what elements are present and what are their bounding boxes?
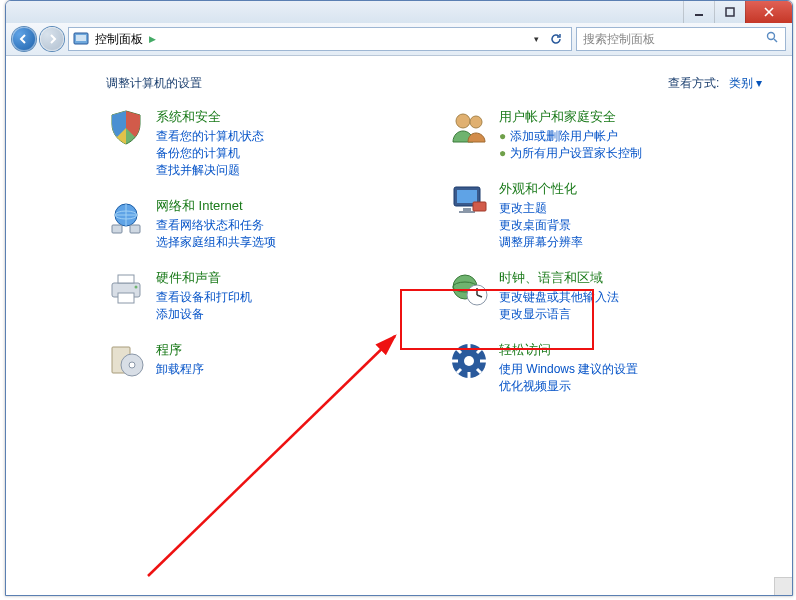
link[interactable]: 更改桌面背景 xyxy=(499,217,583,234)
link[interactable]: 添加设备 xyxy=(156,306,252,323)
shield-icon xyxy=(106,108,146,148)
search-box[interactable]: 搜索控制面板 xyxy=(576,27,786,51)
category-title[interactable]: 轻松访问 xyxy=(499,341,638,359)
globe-network-icon xyxy=(106,197,146,237)
ease-of-access-icon xyxy=(449,341,489,381)
link[interactable]: 调整屏幕分辨率 xyxy=(499,234,583,251)
svg-rect-5 xyxy=(76,35,86,41)
svg-rect-13 xyxy=(118,275,134,283)
category-system-security: 系统和安全 查看您的计算机状态 备份您的计算机 查找并解决问题 xyxy=(106,108,419,179)
category-user-accounts: 用户帐户和家庭安全 ● 添加或删除用户帐户 ● 为所有用户设置家长控制 xyxy=(449,108,762,162)
category-network: 网络和 Internet 查看网络状态和任务 选择家庭组和共享选项 xyxy=(106,197,419,251)
svg-point-15 xyxy=(135,286,138,289)
category-title[interactable]: 系统和安全 xyxy=(156,108,264,126)
navigation-bar: 控制面板 ▶ ▾ 搜索控制面板 xyxy=(6,23,792,56)
search-icon xyxy=(766,31,779,47)
search-placeholder: 搜索控制面板 xyxy=(583,31,655,48)
dropdown-icon[interactable]: ▾ xyxy=(534,34,539,44)
category-programs: 程序 卸载程序 xyxy=(106,341,419,381)
link[interactable]: 选择家庭组和共享选项 xyxy=(156,234,276,251)
category-title[interactable]: 网络和 Internet xyxy=(156,197,276,215)
link[interactable]: 更改键盘或其他输入法 xyxy=(499,289,619,306)
svg-rect-22 xyxy=(457,190,477,203)
svg-rect-14 xyxy=(118,293,134,303)
left-column: 系统和安全 查看您的计算机状态 备份您的计算机 查找并解决问题 网络和 Inte… xyxy=(106,108,419,413)
link[interactable]: 查看设备和打印机 xyxy=(156,289,252,306)
svg-rect-25 xyxy=(473,202,486,211)
svg-rect-11 xyxy=(130,225,140,233)
svg-rect-24 xyxy=(459,211,475,213)
svg-rect-10 xyxy=(112,225,122,233)
content-area: 调整计算机的设置 查看方式: 类别 ▾ 系统和安全 查看您的计算机状态 备份您的… xyxy=(6,57,792,595)
forward-button[interactable] xyxy=(40,27,64,51)
right-column: 用户帐户和家庭安全 ● 添加或删除用户帐户 ● 为所有用户设置家长控制 外观和个… xyxy=(449,108,762,413)
link[interactable]: ● 添加或删除用户帐户 xyxy=(499,128,642,145)
refresh-button[interactable] xyxy=(545,32,567,46)
category-title[interactable]: 外观和个性化 xyxy=(499,180,583,198)
category-title[interactable]: 用户帐户和家庭安全 xyxy=(499,108,642,126)
monitor-appearance-icon xyxy=(449,180,489,220)
svg-point-6 xyxy=(768,33,775,40)
category-title[interactable]: 时钟、语言和区域 xyxy=(499,269,619,287)
svg-point-18 xyxy=(129,362,135,368)
category-title[interactable]: 硬件和声音 xyxy=(156,269,252,287)
category-appearance: 外观和个性化 更改主题 更改桌面背景 调整屏幕分辨率 xyxy=(449,180,762,251)
svg-point-32 xyxy=(464,356,474,366)
link[interactable]: 优化视频显示 xyxy=(499,378,638,395)
clock-globe-icon xyxy=(449,269,489,309)
view-by: 查看方式: 类别 ▾ xyxy=(668,75,762,92)
link[interactable]: 查看网络状态和任务 xyxy=(156,217,276,234)
titlebar xyxy=(6,1,792,23)
category-clock-region: 时钟、语言和区域 更改键盘或其他输入法 更改显示语言 xyxy=(449,269,762,323)
close-button[interactable] xyxy=(745,1,792,23)
chevron-right-icon: ▶ xyxy=(149,34,156,44)
svg-point-20 xyxy=(470,116,482,128)
link[interactable]: ● 为所有用户设置家长控制 xyxy=(499,145,642,162)
link[interactable]: 更改主题 xyxy=(499,200,583,217)
link[interactable]: 查找并解决问题 xyxy=(156,162,264,179)
control-panel-window: 控制面板 ▶ ▾ 搜索控制面板 调整计算机的设置 查看方式: 类别 ▾ xyxy=(5,0,793,596)
category-title[interactable]: 程序 xyxy=(156,341,204,359)
address-text: 控制面板 xyxy=(95,31,143,48)
minimize-button[interactable] xyxy=(683,1,714,23)
link[interactable]: 备份您的计算机 xyxy=(156,145,264,162)
maximize-button[interactable] xyxy=(714,1,745,23)
page-heading: 调整计算机的设置 xyxy=(106,75,202,92)
svg-rect-23 xyxy=(463,208,471,211)
resize-grip[interactable] xyxy=(774,577,792,595)
svg-line-7 xyxy=(774,39,777,42)
link[interactable]: 查看您的计算机状态 xyxy=(156,128,264,145)
category-hardware-sound: 硬件和声音 查看设备和打印机 添加设备 xyxy=(106,269,419,323)
svg-point-19 xyxy=(456,114,470,128)
disc-box-icon xyxy=(106,341,146,381)
link[interactable]: 使用 Windows 建议的设置 xyxy=(499,361,638,378)
control-panel-icon xyxy=(73,31,89,47)
users-icon xyxy=(449,108,489,148)
printer-icon xyxy=(106,269,146,309)
view-by-dropdown[interactable]: 类别 ▾ xyxy=(729,76,762,90)
link[interactable]: 更改显示语言 xyxy=(499,306,619,323)
svg-rect-1 xyxy=(726,8,734,16)
address-bar[interactable]: 控制面板 ▶ ▾ xyxy=(68,27,572,51)
category-ease-of-access: 轻松访问 使用 Windows 建议的设置 优化视频显示 xyxy=(449,341,762,395)
link[interactable]: 卸载程序 xyxy=(156,361,204,378)
back-button[interactable] xyxy=(12,27,36,51)
